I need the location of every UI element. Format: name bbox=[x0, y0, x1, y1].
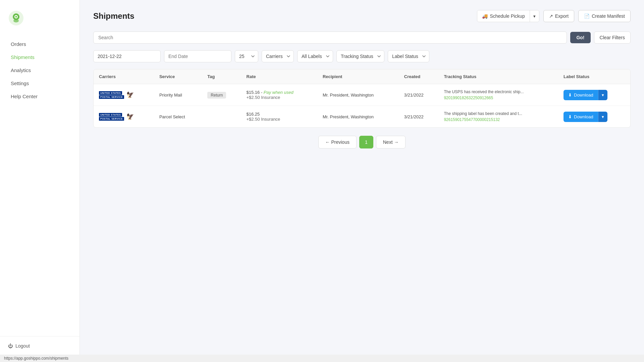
create-manifest-button[interactable]: 📄 Create Manifest bbox=[578, 10, 631, 22]
cell-created: 3/21/2022 bbox=[399, 106, 439, 128]
tracking-number[interactable]: 9261590175547700000215132 bbox=[444, 117, 553, 122]
col-created: Created bbox=[399, 69, 439, 84]
svg-point-2 bbox=[13, 19, 19, 22]
col-tag: Tag bbox=[202, 69, 241, 84]
cell-carrier: UNITED STATES POSTAL SERVICE 🦅 bbox=[94, 106, 154, 128]
sidebar: Orders Shipments Analytics Settings Help… bbox=[0, 0, 80, 362]
col-carriers: Carriers bbox=[94, 69, 154, 84]
sidebar-nav: Orders Shipments Analytics Settings Help… bbox=[0, 37, 79, 336]
label-status-select[interactable]: Label Status bbox=[388, 50, 429, 62]
pagination: ← Previous 1 Next → bbox=[93, 128, 631, 157]
sidebar-item-analytics[interactable]: Analytics bbox=[3, 64, 77, 76]
chevron-down-icon: ▾ bbox=[602, 93, 604, 98]
shipments-table-container: Carriers Service Tag Rate Recipient Crea… bbox=[93, 69, 631, 128]
table-header-row: Carriers Service Tag Rate Recipient Crea… bbox=[94, 69, 630, 84]
search-container bbox=[93, 32, 567, 44]
export-icon: ↗ bbox=[549, 13, 553, 19]
col-recipient: Recipient bbox=[317, 69, 399, 84]
logout-icon: ⏻ bbox=[8, 343, 13, 349]
cell-recipient: Mr. President, Washington bbox=[317, 84, 399, 106]
schedule-pickup-button[interactable]: 🚚 Schedule Pickup bbox=[477, 10, 529, 22]
download-button[interactable]: ⬇ Download bbox=[564, 112, 598, 122]
download-dropdown-button[interactable]: ▾ bbox=[598, 112, 607, 122]
logo-container bbox=[0, 7, 79, 37]
filters-row: Go! Clear Filters bbox=[93, 32, 631, 44]
shipments-table: Carriers Service Tag Rate Recipient Crea… bbox=[94, 69, 630, 127]
page-header: Shipments 🚚 Schedule Pickup ▾ ↗ Export 📄… bbox=[93, 10, 631, 22]
page-title: Shipments bbox=[93, 11, 135, 21]
logout-button[interactable]: ⏻ Logout bbox=[8, 343, 71, 349]
go-button[interactable]: Go! bbox=[570, 32, 590, 43]
svg-point-4 bbox=[15, 16, 17, 18]
logout-label: Logout bbox=[15, 343, 30, 349]
download-icon: ⬇ bbox=[568, 114, 572, 119]
cell-tracking-status: The USPS has received the electronic shi… bbox=[438, 84, 558, 106]
chevron-down-icon: ▾ bbox=[533, 14, 536, 19]
previous-button[interactable]: ← Previous bbox=[318, 136, 357, 148]
cell-recipient: Mr. President, Washington bbox=[317, 106, 399, 128]
usps-logo: UNITED STATES POSTAL SERVICE 🦅 bbox=[99, 113, 149, 121]
download-button[interactable]: ⬇ Download bbox=[564, 90, 598, 100]
cell-rate: $16.25+$2.50 Insurance bbox=[241, 106, 317, 128]
sidebar-item-settings[interactable]: Settings bbox=[3, 77, 77, 89]
clear-filters-button[interactable]: Clear Filters bbox=[594, 32, 631, 44]
header-actions: 🚚 Schedule Pickup ▾ ↗ Export 📄 Create Ma… bbox=[477, 10, 631, 22]
sidebar-bottom: ⏻ Logout bbox=[0, 336, 79, 355]
table-row: UNITED STATES POSTAL SERVICE 🦅 Priority … bbox=[94, 84, 630, 106]
carriers-select[interactable]: Carriers bbox=[262, 50, 294, 62]
cell-service: Parcel Select bbox=[154, 106, 202, 128]
export-button[interactable]: ↗ Export bbox=[543, 10, 574, 22]
cell-label-status: ⬇ Download ▾ bbox=[558, 84, 630, 106]
sidebar-item-shipments[interactable]: Shipments bbox=[3, 51, 77, 63]
tracking-description: The shipping label has been created and … bbox=[444, 111, 553, 116]
truck-icon: 🚚 bbox=[482, 13, 488, 19]
tag-badge: Return bbox=[207, 92, 226, 99]
sidebar-item-help-center[interactable]: Help Center bbox=[3, 90, 77, 103]
tracking-status-select[interactable]: Tracking Status bbox=[336, 50, 384, 62]
download-btn-group: ⬇ Download ▾ bbox=[564, 90, 607, 100]
schedule-pickup-btn-group: 🚚 Schedule Pickup ▾ bbox=[477, 10, 539, 22]
next-button[interactable]: Next → bbox=[376, 136, 406, 148]
col-rate: Rate bbox=[241, 69, 317, 84]
all-labels-select[interactable]: All Labels bbox=[297, 50, 333, 62]
cell-service: Priority Mail bbox=[154, 84, 202, 106]
tracking-number[interactable]: 9201990182632250912665 bbox=[444, 96, 553, 100]
document-icon: 📄 bbox=[584, 13, 590, 19]
sidebar-item-orders[interactable]: Orders bbox=[3, 38, 77, 50]
cell-tag bbox=[202, 106, 241, 128]
status-bar: https://app.goshippo.com/shipments bbox=[0, 355, 644, 362]
col-service: Service bbox=[154, 69, 202, 84]
cell-rate: $15.16 - Pay when used+$2.50 Insurance bbox=[241, 84, 317, 106]
cell-carrier: UNITED STATES POSTAL SERVICE 🦅 bbox=[94, 84, 154, 106]
cell-label-status: ⬇ Download ▾ bbox=[558, 106, 630, 128]
cell-tag: Return bbox=[202, 84, 241, 106]
download-dropdown-button[interactable]: ▾ bbox=[598, 90, 607, 100]
schedule-pickup-dropdown-button[interactable]: ▾ bbox=[530, 10, 539, 22]
download-btn-group: ⬇ Download ▾ bbox=[564, 112, 607, 122]
chevron-down-icon: ▾ bbox=[602, 114, 604, 119]
usps-logo: UNITED STATES POSTAL SERVICE 🦅 bbox=[99, 91, 149, 99]
table-row: UNITED STATES POSTAL SERVICE 🦅 Parcel Se… bbox=[94, 106, 630, 128]
col-tracking-status: Tracking Status bbox=[438, 69, 558, 84]
tracking-description: The USPS has received the electronic shi… bbox=[444, 89, 553, 94]
main-content: Shipments 🚚 Schedule Pickup ▾ ↗ Export 📄… bbox=[80, 0, 644, 362]
download-icon: ⬇ bbox=[568, 93, 572, 98]
start-date-input[interactable] bbox=[93, 50, 161, 62]
status-url: https://app.goshippo.com/shipments bbox=[4, 356, 68, 361]
per-page-select[interactable]: 25 50 100 bbox=[235, 50, 258, 62]
page-1-button[interactable]: 1 bbox=[359, 136, 373, 148]
col-label-status: Label Status bbox=[558, 69, 630, 84]
goshippo-logo-icon bbox=[8, 10, 24, 26]
cell-created: 3/21/2022 bbox=[399, 84, 439, 106]
search-input[interactable] bbox=[93, 32, 567, 44]
cell-tracking-status: The shipping label has been created and … bbox=[438, 106, 558, 128]
end-date-input[interactable] bbox=[164, 50, 231, 62]
filter-options-row: 25 50 100 Carriers All Labels Tracking S… bbox=[93, 50, 631, 62]
